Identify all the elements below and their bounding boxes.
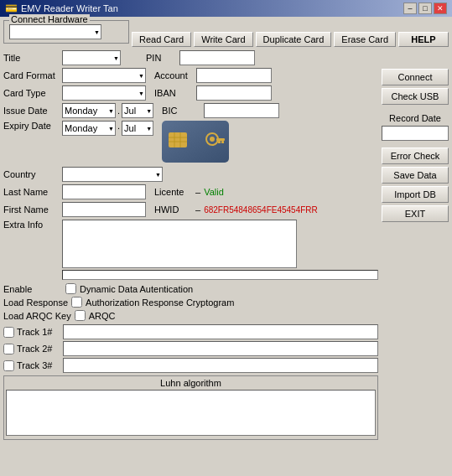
check-usb-button[interactable]: Check USB [382, 88, 449, 105]
card-format-label: Card Format [3, 70, 62, 80]
issue-day-select[interactable]: Monday [62, 103, 116, 118]
first-name-input[interactable] [62, 202, 146, 217]
arqc-checkbox[interactable] [75, 310, 86, 321]
svg-rect-9 [221, 141, 224, 143]
read-card-button[interactable]: Read Card [132, 32, 191, 47]
track1-label: Track 1# [17, 327, 63, 337]
connect-hardware-label: Connect Hardware [9, 14, 90, 24]
expiry-date-label: Expiry Date [3, 121, 62, 131]
save-data-button[interactable]: Save Data [382, 167, 449, 184]
issue-month-select[interactable]: Jul [122, 103, 153, 118]
app-icon: 💳 [5, 3, 18, 14]
record-date-input[interactable] [382, 126, 449, 141]
arqc-label: ARQC [89, 311, 116, 321]
right-panel: Connect Check USB Record Date Error Chec… [382, 50, 449, 440]
card-type-label: Card Type [3, 88, 62, 98]
card-type-select[interactable] [62, 85, 146, 101]
account-input[interactable] [196, 68, 272, 83]
enable-label: Enable [3, 284, 62, 294]
track2-checkbox[interactable] [3, 344, 14, 354]
close-button[interactable]: ✕ [434, 3, 447, 14]
erase-card-button[interactable]: Erase Card [334, 32, 396, 47]
load-arqc-label: Load ARQC Key [3, 311, 71, 321]
first-name-label: First Name [3, 204, 62, 215]
expiry-day-select[interactable]: Monday [62, 121, 116, 136]
connect-hardware-group: Connect Hardware [3, 20, 129, 44]
iban-input[interactable] [196, 85, 272, 101]
hwid-label: HWID [154, 204, 192, 215]
duplicate-card-button[interactable]: Duplicate Card [256, 32, 332, 47]
svg-point-7 [210, 137, 215, 142]
account-label: Account [154, 70, 196, 80]
issue-date-label: Issue Date [3, 106, 62, 116]
extra-info-label: Extra Info [3, 220, 62, 230]
country-select[interactable] [62, 167, 163, 182]
iban-label: IBAN [154, 88, 196, 98]
record-date-label: Record Date [382, 113, 449, 123]
card-format-select[interactable] [62, 68, 146, 83]
track1-checkbox[interactable] [3, 327, 14, 338]
expiry-dot: . [117, 121, 120, 131]
load-response-label: Load Response [3, 298, 68, 308]
connect-hardware-select[interactable] [9, 24, 101, 39]
last-name-label: Last Name [3, 187, 62, 197]
title-select[interactable] [62, 50, 121, 65]
luhn-textarea[interactable] [6, 390, 376, 436]
svg-rect-1 [169, 132, 187, 147]
connect-button[interactable]: Connect [382, 69, 449, 85]
svg-rect-8 [216, 138, 225, 141]
license-valid: Valid [204, 187, 224, 197]
bic-label: BIC [162, 106, 204, 116]
import-db-button[interactable]: Import DB [382, 186, 449, 203]
hwid-dash: – [195, 204, 200, 215]
card-chip-image [162, 121, 229, 163]
country-label: Country [3, 169, 62, 179]
track3-label: Track 3# [17, 360, 63, 370]
minimize-button[interactable]: – [403, 3, 417, 14]
auth-response-label: Authorization Response Cryptogram [86, 298, 234, 308]
title-label: Title [3, 53, 62, 63]
last-name-input[interactable] [62, 184, 146, 199]
track3-input[interactable] [63, 358, 378, 373]
track2-input[interactable] [63, 341, 378, 356]
maximize-button[interactable]: □ [418, 3, 432, 14]
dynamic-data-label: Dynamic Data Autentication [80, 284, 193, 294]
hwid-value: 682FR54848654FE45454FRR [204, 205, 318, 215]
dynamic-data-checkbox[interactable] [65, 283, 76, 294]
bic-input[interactable] [204, 103, 279, 118]
svg-rect-10 [218, 141, 221, 143]
pin-label: PIN [146, 53, 179, 63]
auth-response-checkbox[interactable] [71, 297, 82, 308]
issue-dot: . [117, 106, 120, 116]
app-title: EMV Reader Writer Tan [21, 3, 118, 13]
expiry-month-select[interactable]: Jul [122, 121, 153, 136]
luhn-label: Luhn algorithm [160, 378, 221, 388]
track2-label: Track 2# [17, 344, 63, 354]
exit-button[interactable]: EXIT [382, 205, 449, 222]
write-card-button[interactable]: Write Card [194, 32, 252, 47]
error-check-button[interactable]: Error Check [382, 147, 449, 164]
progress-bar [62, 270, 378, 280]
license-label: Licente [154, 187, 192, 197]
help-button[interactable]: HELP [398, 32, 449, 47]
license-dash: – [195, 187, 200, 197]
track3-checkbox[interactable] [3, 360, 14, 371]
extra-info-textarea[interactable] [62, 220, 297, 268]
track1-input[interactable] [63, 324, 378, 339]
pin-input[interactable] [179, 50, 255, 65]
